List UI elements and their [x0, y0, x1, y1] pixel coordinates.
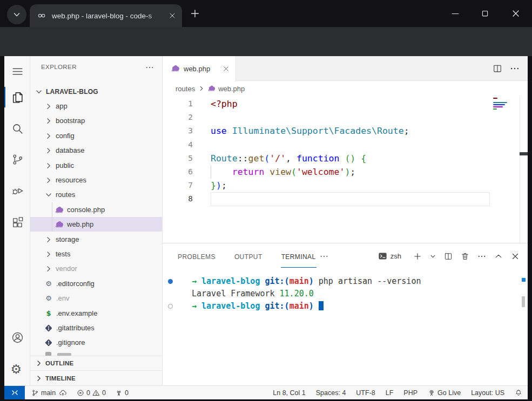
tab-close-icon[interactable] — [168, 11, 177, 20]
branch-status[interactable]: main — [31, 389, 56, 397]
explorer-item-bootstrap[interactable]: bootstrap — [30, 113, 162, 128]
explorer-item-config[interactable]: config — [30, 128, 162, 143]
activity-search[interactable] — [4, 117, 30, 140]
panel-tab-output[interactable]: OUTPUT — [234, 245, 263, 268]
explorer-item-.editorconfig[interactable]: ⚙.editorconfig — [30, 276, 162, 291]
code-text: <?php — [211, 97, 238, 111]
explorer-more-icon[interactable] — [145, 63, 154, 72]
close-panel-icon[interactable] — [510, 252, 520, 261]
editor-more-icon[interactable] — [509, 63, 520, 74]
explorer-item-.gitattributes[interactable]: .gitattributes — [30, 321, 162, 335]
item-label: tests — [56, 250, 70, 258]
code-line-2[interactable]: 2 — [163, 111, 528, 124]
code-line-4[interactable]: 4 — [163, 138, 528, 152]
explorer-root-folder[interactable]: LARAVEL-BLOG — [30, 84, 162, 99]
split-terminal-icon[interactable] — [443, 252, 453, 261]
cursor-position[interactable]: Ln 8, Col 1 — [273, 389, 305, 397]
command-decoration[interactable] — [168, 279, 173, 284]
item-label: web.php — [67, 220, 93, 228]
editor-scrollbar-thumb[interactable] — [520, 152, 528, 155]
problems-status[interactable]: 0 0 — [77, 389, 106, 397]
settings-button[interactable]: ⚙ — [4, 358, 30, 382]
maximize-panel-icon[interactable] — [494, 252, 503, 261]
terminal-line: Laravel Framework 11.20.0 — [163, 288, 528, 300]
explorer-item-public[interactable]: public — [30, 158, 162, 173]
code-line-8[interactable]: 8 — [163, 192, 528, 206]
chevron-right-icon — [44, 250, 53, 259]
sync-icon[interactable] — [58, 389, 68, 397]
chevron-right-icon — [44, 117, 53, 125]
command-decoration[interactable] — [168, 304, 173, 309]
remote-icon — [11, 389, 19, 397]
code-line-3[interactable]: 3use Illuminate\Support\Facades\Route; — [163, 124, 528, 138]
explorer-item-routes[interactable]: routes — [30, 187, 162, 202]
panel-tab-terminal[interactable]: TERMINAL — [281, 245, 316, 268]
kill-terminal-icon[interactable] — [460, 252, 470, 261]
terminal[interactable]: → laravel-blog git:(main) php artisan --… — [163, 269, 528, 385]
keyboard-layout[interactable]: Layout: US — [471, 389, 504, 397]
terminal-dropdown-icon[interactable] — [429, 252, 436, 261]
code-line-5[interactable]: 5Route::get('/', function () { — [163, 152, 528, 165]
menu-button[interactable] — [4, 59, 30, 83]
item-label: public — [56, 161, 74, 169]
explorer-item-web.php[interactable]: web.php — [30, 217, 162, 232]
explorer-sidebar: EXPLORER LARAVEL-BLOG appbootstrapconfig… — [30, 56, 163, 385]
editor-tab-webphp[interactable]: web.php — [163, 56, 236, 81]
encoding[interactable]: UTF-8 — [356, 389, 375, 397]
language-mode[interactable]: PHP — [403, 389, 417, 397]
timeline-section[interactable]: TIMELINE — [30, 370, 162, 385]
new-tab-button[interactable] — [189, 8, 201, 19]
activity-run-debug[interactable] — [4, 179, 30, 202]
browser-tab[interactable]: web.php - laravel-blog - code-s — [30, 4, 182, 27]
tree-indent-guide — [52, 202, 52, 232]
explorer-item-tests[interactable]: tests — [30, 247, 162, 261]
gear-file-icon: ⚙ — [44, 280, 53, 288]
code-line-7[interactable]: 7}); — [163, 179, 528, 192]
go-live[interactable]: Go Live — [428, 389, 461, 397]
explorer-item-storage[interactable]: storage — [30, 232, 162, 247]
explorer-item-.env.example[interactable]: $.env.example — [30, 306, 162, 321]
explorer-item-vendor[interactable]: vendor — [30, 261, 162, 276]
terminal-more-icon[interactable] — [477, 252, 487, 261]
indentation[interactable]: Spaces: 4 — [316, 389, 346, 397]
explorer-item-app[interactable]: app — [30, 99, 162, 113]
outline-section[interactable]: OUTLINE — [30, 356, 162, 370]
remote-indicator[interactable] — [4, 386, 25, 399]
window-minimize-button[interactable] — [443, 0, 468, 27]
window-close-button[interactable] — [503, 0, 528, 27]
panel-more-icon[interactable] — [319, 252, 329, 261]
minimap[interactable] — [493, 98, 513, 117]
explorer-item-.gitignore[interactable]: .gitignore — [30, 335, 162, 350]
item-label: resources — [56, 176, 86, 184]
activity-source-control[interactable] — [4, 147, 30, 171]
ports-status[interactable]: 0 — [115, 389, 129, 397]
explorer-item-resources[interactable]: resources — [30, 173, 162, 187]
window-maximize-button[interactable] — [473, 0, 497, 27]
explorer-item-.env[interactable]: ⚙.env — [30, 291, 162, 305]
gear-icon: ⚙ — [11, 363, 24, 377]
shell-selector[interactable]: zsh — [378, 251, 401, 261]
eol[interactable]: LF — [386, 389, 394, 397]
activity-explorer[interactable] — [4, 85, 30, 109]
activity-extensions[interactable] — [4, 210, 30, 234]
item-label: .gitattributes — [56, 324, 95, 332]
breadcrumb-folder[interactable]: routes — [176, 85, 195, 93]
run-debug-icon — [11, 184, 24, 198]
broadcast-icon — [428, 389, 435, 397]
tab-search-button[interactable] — [7, 5, 26, 24]
new-terminal-icon[interactable] — [413, 252, 422, 261]
code-line-1[interactable]: 1<?php — [163, 97, 528, 111]
line-number: 6 — [163, 165, 193, 179]
breadcrumbs[interactable]: routes web.php — [163, 81, 528, 96]
panel-tab-problems[interactable]: PROBLEMS — [177, 245, 216, 268]
split-editor-icon[interactable] — [492, 63, 503, 74]
item-label: .env — [56, 294, 70, 302]
accounts-button[interactable] — [4, 325, 30, 349]
bell-icon[interactable] — [515, 389, 522, 397]
code-editor[interactable]: 1<?php23use Illuminate\Support\Facades\R… — [163, 96, 528, 243]
code-line-6[interactable]: 6 return view('welcome'); — [163, 165, 528, 179]
tab-close-icon[interactable] — [222, 65, 230, 73]
explorer-item-database[interactable]: database — [30, 143, 162, 158]
explorer-item-console.php[interactable]: console.php — [30, 202, 162, 217]
breadcrumb-file[interactable]: web.php — [218, 85, 245, 93]
